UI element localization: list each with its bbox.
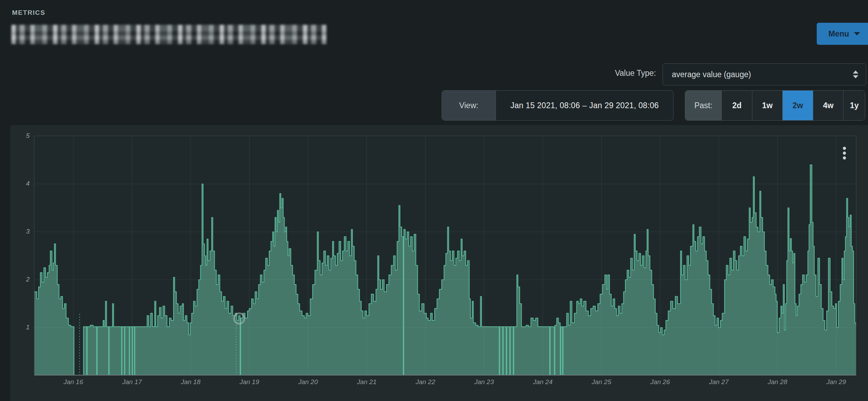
chevron-down-icon [854, 32, 860, 35]
view-label: View: [442, 91, 496, 120]
past-button-1w[interactable]: 1w [752, 91, 783, 120]
metrics-section-label: METRICS [12, 9, 45, 17]
view-range-group: View: Jan 15 2021, 08:06 – Jan 29 2021, … [442, 90, 674, 121]
past-label: Past: [685, 91, 722, 120]
past-range-group: Past: 2d 1w 2w 4w 1y [685, 90, 865, 121]
plot-area[interactable] [34, 136, 856, 376]
x-axis-line [34, 375, 856, 376]
value-type-label: Value Type: [551, 69, 656, 78]
menu-button[interactable]: Menu [817, 23, 868, 45]
metrics-dashboard: METRICS Menu Value Type: average value (… [0, 0, 868, 401]
value-type-select[interactable]: average value (gauge) [663, 63, 866, 85]
redacted-metric-title [11, 25, 327, 44]
menu-button-label: Menu [828, 29, 849, 39]
past-button-2w[interactable]: 2w [783, 91, 813, 120]
past-button-2d[interactable]: 2d [722, 91, 752, 120]
chart-kebab-menu-icon[interactable] [838, 144, 850, 162]
view-date-range[interactable]: Jan 15 2021, 08:06 – Jan 29 2021, 08:06 [496, 91, 673, 120]
past-button-1y[interactable]: 1y [844, 91, 865, 120]
metric-chart[interactable] [34, 136, 856, 376]
past-button-4w[interactable]: 4w [813, 91, 844, 120]
value-type-selected-option: average value (gauge) [672, 70, 751, 79]
select-updown-icon [853, 71, 858, 79]
